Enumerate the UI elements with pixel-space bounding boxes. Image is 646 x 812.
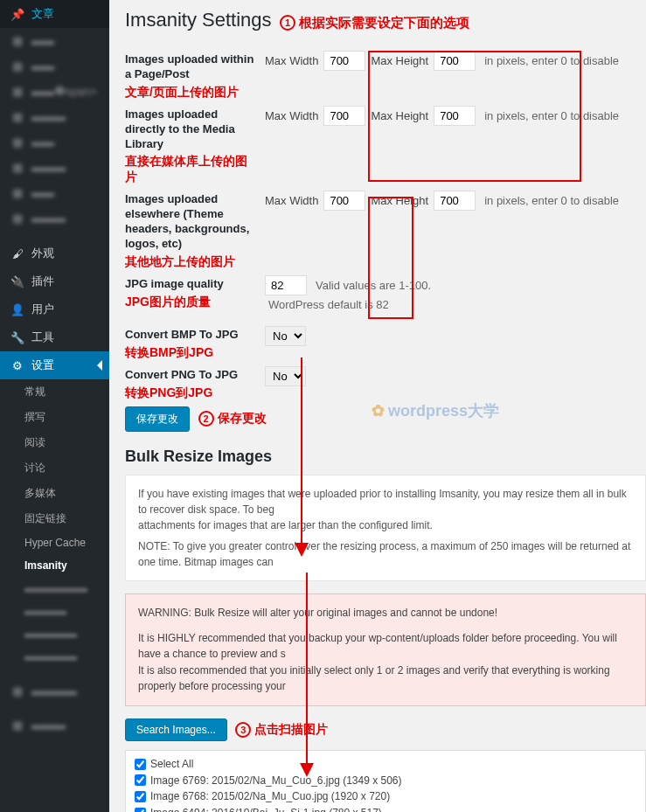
menu-blur[interactable]: ▦▬▬▬ [0,155,109,180]
label-jpg-quality-zh: JPG图片的质量 [125,295,256,310]
label-media-library-zh: 直接在媒体库上传的图片 [125,154,256,185]
warning-notice: WARNING: Bulk Resize will alter your ori… [125,593,646,706]
image-checkbox[interactable] [135,774,146,786]
menu-blur[interactable]: ▦▬▬ [0,53,109,79]
label-page-post-zh: 文章/页面上传的图片 [125,85,256,101]
label-media-library: Images uploaded directly to the Media Li… [125,108,256,152]
image-label: Image 6768: 2015/02/Na_Mu_Cuo.jpg (1920 … [150,788,390,805]
menu-tools[interactable]: 🔧工具 [0,323,109,351]
quality-hint-2: WordPress default is 82 [268,298,389,311]
image-checkbox[interactable] [135,791,146,802]
sub-blur[interactable]: ▬▬▬▬ [0,600,109,622]
menu-blur[interactable]: ▦▬▬ [0,129,109,155]
menu-blur[interactable]: ▦▬▬ [0,180,109,205]
max-width-label: Max Width [265,54,318,67]
sliders-icon: ⚙ [10,359,24,372]
bmp-select[interactable]: No [265,326,306,346]
label-jpg-quality: JPG image quality [125,277,256,292]
select-all-label: Select All [150,756,193,773]
label-png: Convert PNG To JPG [125,368,256,383]
menu-blur[interactable]: ▦▬▬▬ [0,104,109,129]
menu-plugins[interactable]: 🔌插件 [0,267,109,295]
sub-blur[interactable]: ▬▬▬▬▬▬ [0,577,109,600]
brush-icon: 🖌 [10,247,24,260]
user-icon: 👤 [10,303,24,316]
select-all-checkbox[interactable] [135,759,146,770]
save-button[interactable]: 保存更改 [125,406,190,432]
image-list: Select All Image 6769: 2015/02/Na_Mu_Cuo… [125,750,646,812]
quality-hint: Valid values are 1-100. [316,279,431,292]
admin-sidebar: 📌文章 ▦▬▬ ▦▬▬ ▦▬▬�span> ▦▬▬▬ ▦▬▬ ▦▬▬▬ ▦▬▬ … [0,0,109,812]
sub-general[interactable]: 常规 [0,379,109,405]
menu-posts[interactable]: 📌文章 [0,0,109,28]
sub-writing[interactable]: 撰写 [0,405,109,430]
menu-blur[interactable]: ▦▬▬▬ [0,712,109,738]
sub-imsanity[interactable]: Imsanity [0,554,109,577]
label-bmp-zh: 转换BMP到JPG [125,345,256,361]
sub-media[interactable]: 多媒体 [0,481,109,506]
menu-blur[interactable]: ▦▬▬ [0,28,109,53]
menu-settings[interactable]: ⚙设置 [0,351,109,379]
bulk-resize-heading: Bulk Resize Images [125,448,646,466]
sub-permalink[interactable]: 固定链接 [0,506,109,531]
png-select[interactable]: No [265,366,306,386]
elsewhere-width-input[interactable] [323,191,365,211]
annotation-1: 1根据实际需要设定下面的选项 [280,15,469,31]
menu-appearance[interactable]: 🖌外观 [0,239,109,267]
menu-blur[interactable]: ▦▬▬�span> [0,79,109,104]
library-width-input[interactable] [323,106,365,126]
pin-icon: 📌 [10,8,24,21]
sub-hypercache[interactable]: Hyper Cache [0,531,109,554]
label-page-post: Images uploaded within a Page/Post [125,52,256,82]
label-png-zh: 转换PNG到JPG [125,385,256,401]
max-height-label: Max Height [371,54,428,67]
list-item: Image 6768: 2015/02/Na_Mu_Cuo.jpg (1920 … [135,788,636,805]
sub-reading[interactable]: 阅读 [0,430,109,455]
image-label: Image 6769: 2015/02/Na_Mu_Cuo_6.jpg (134… [150,773,402,789]
label-elsewhere-zh: 其他地方上传的图片 [125,254,256,270]
page-title: Imsanity Settings [125,9,272,31]
sub-blur[interactable]: ▬▬▬▬▬ [0,622,109,645]
page-post-width-input[interactable] [323,51,365,71]
list-item: Image 6769: 2015/02/Na_Mu_Cuo_6.jpg (134… [135,773,636,789]
library-height-input[interactable] [434,106,476,126]
px-hint: in pixels, enter 0 to disable [484,54,619,67]
annotation-2: 2保存更改 [198,411,267,427]
sub-blur[interactable]: ▬▬▬▬▬ [0,645,109,668]
label-elsewhere: Images uploaded elsewhere (Theme headers… [125,192,256,252]
jpg-quality-input[interactable] [265,275,307,295]
elsewhere-height-input[interactable] [434,191,476,211]
annotation-3: 3点击扫描图片 [235,722,328,738]
menu-blur[interactable]: ▦▬▬▬ [0,205,109,231]
info-notice: If you have existing images that were up… [125,475,646,581]
image-label: Image 6494: 2016/10/Bai_Ju_Si-1.jpg (780… [150,805,382,812]
menu-blur[interactable]: ▦▬▬▬▬ [0,678,109,704]
image-checkbox[interactable] [135,808,146,812]
main-content: Imsanity Settings 1根据实际需要设定下面的选项 Images … [109,0,646,812]
plug-icon: 🔌 [10,275,24,288]
search-images-button[interactable]: Search Images... [125,718,227,741]
wrench-icon: 🔧 [10,331,24,344]
label-bmp: Convert BMP To JPG [125,328,256,343]
menu-users[interactable]: 👤用户 [0,295,109,323]
settings-form: Images uploaded within a Page/Post文章/页面上… [125,51,646,401]
sub-discussion[interactable]: 讨论 [0,455,109,481]
list-item: Image 6494: 2016/10/Bai_Ju_Si-1.jpg (780… [135,805,636,812]
page-post-height-input[interactable] [434,51,476,71]
